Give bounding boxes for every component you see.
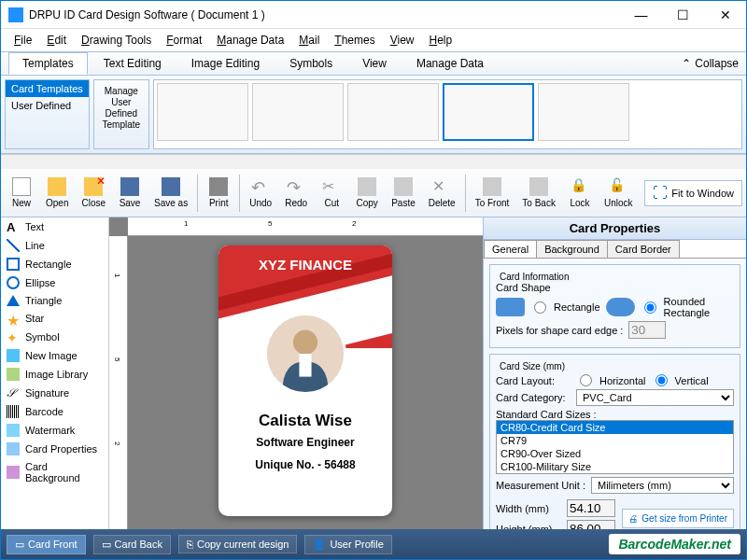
tab-background[interactable]: Background: [536, 240, 608, 258]
list-item[interactable]: CR90-Over Sized: [497, 447, 733, 460]
layout-vertical-radio[interactable]: [655, 374, 668, 386]
tab-symbols[interactable]: Symbols: [275, 52, 346, 75]
shape-round-swatch: [606, 298, 635, 316]
template-strip[interactable]: [153, 79, 742, 149]
tool-barcode[interactable]: Barcode: [1, 402, 108, 421]
template-thumb[interactable]: [157, 83, 248, 141]
layout-horizontal-radio[interactable]: [580, 374, 592, 386]
tab-templates[interactable]: Templates: [8, 52, 88, 75]
maximize-button[interactable]: ☐: [662, 1, 704, 29]
canvas-area: 152 152 XYZ FINANCE Calista Wise: [109, 217, 483, 529]
menu-edit[interactable]: Edit: [41, 32, 72, 49]
canvas[interactable]: XYZ FINANCE Calista Wise Software Engine…: [128, 236, 483, 529]
save-as-button[interactable]: Save as: [148, 175, 193, 210]
to-back-button[interactable]: To Back: [516, 175, 561, 210]
to-front-button[interactable]: To Front: [470, 175, 515, 210]
redo-button[interactable]: ↷Redo: [279, 175, 313, 210]
delete-button[interactable]: ✕Delete: [423, 175, 461, 210]
card-front-icon: ▭: [15, 539, 24, 551]
tool-watermark[interactable]: Watermark: [1, 421, 108, 440]
card-photo[interactable]: [264, 313, 346, 395]
card-front-button[interactable]: ▭ Card Front: [7, 535, 86, 554]
ruler-vertical: 152: [109, 236, 128, 529]
template-thumb[interactable]: [538, 83, 629, 141]
properties-icon: [7, 442, 20, 455]
tool-ellipse[interactable]: Ellipse: [1, 273, 108, 292]
card-name[interactable]: Calista Wise: [218, 412, 392, 430]
menu-drawing-tools[interactable]: Drawing Tools: [76, 32, 157, 49]
unlock-button[interactable]: 🔓Unlock: [599, 175, 639, 210]
paste-button[interactable]: Paste: [386, 175, 421, 210]
get-size-from-printer-button[interactable]: 🖨 Get size from Printer: [622, 509, 734, 528]
print-button[interactable]: Print: [202, 175, 235, 210]
library-icon: [7, 368, 20, 381]
width-input[interactable]: [567, 499, 615, 517]
tab-general[interactable]: General: [484, 240, 537, 258]
ellipse-icon: [7, 276, 20, 289]
undo-button[interactable]: ↶Undo: [244, 175, 277, 210]
fit-to-window-button[interactable]: ⛶ Fit to Window: [644, 180, 742, 206]
tab-image-editing[interactable]: Image Editing: [177, 52, 274, 75]
template-thumb-selected[interactable]: [443, 83, 534, 141]
tool-text[interactable]: AText: [1, 217, 108, 236]
template-thumb[interactable]: [252, 83, 344, 141]
tool-card-properties[interactable]: Card Properties: [1, 440, 108, 458]
collapse-button[interactable]: ⌃ Collapse: [682, 57, 739, 70]
card-role[interactable]: Software Engineer: [218, 436, 392, 449]
copy-button[interactable]: Copy: [350, 175, 384, 210]
menu-themes[interactable]: Themes: [329, 32, 380, 49]
copy-icon: [358, 177, 376, 196]
tool-symbol[interactable]: ✦Symbol: [1, 328, 108, 346]
measurement-unit-select[interactable]: Milimeters (mm): [591, 477, 734, 494]
card-unique[interactable]: Unique No. - 56488: [218, 458, 392, 471]
template-type-group: Card Templates User Defined: [5, 79, 90, 149]
signature-icon: 𝒮: [7, 386, 20, 399]
list-item[interactable]: CR80-Credit Card Size: [497, 421, 733, 434]
card-company[interactable]: XYZ FINANCE: [218, 257, 392, 273]
tool-new-image[interactable]: New Image: [1, 346, 108, 365]
list-item[interactable]: CR100-Military Size: [497, 460, 733, 473]
tab-card-border[interactable]: Card Border: [607, 240, 680, 258]
tab-text-editing[interactable]: Text Editing: [90, 52, 176, 75]
copy-design-button[interactable]: ⎘ Copy current design: [178, 535, 297, 553]
id-card[interactable]: XYZ FINANCE Calista Wise Software Engine…: [218, 245, 392, 516]
close-button-tb[interactable]: ✕Close: [76, 175, 111, 210]
card-templates-option[interactable]: Card Templates: [6, 80, 89, 97]
user-defined-option[interactable]: User Defined: [6, 97, 89, 114]
open-button[interactable]: Open: [40, 175, 74, 210]
app-window: DRPU ID Card Design Software ( Document …: [0, 0, 747, 560]
menu-help[interactable]: Help: [424, 32, 458, 49]
tool-triangle[interactable]: Triangle: [1, 292, 108, 309]
category-select[interactable]: PVC_Card: [576, 389, 734, 406]
tool-image-library[interactable]: Image Library: [1, 365, 108, 384]
tool-star[interactable]: ★Star: [1, 309, 108, 328]
shape-rounded-radio[interactable]: [644, 301, 656, 314]
template-scrollbar[interactable]: [1, 154, 746, 169]
menu-file[interactable]: File: [8, 32, 37, 49]
menu-view[interactable]: View: [385, 32, 420, 49]
list-item[interactable]: CR79: [497, 434, 733, 447]
tab-view[interactable]: View: [348, 52, 401, 75]
minimize-button[interactable]: —: [620, 1, 662, 29]
save-button[interactable]: Save: [113, 175, 147, 210]
shape-rectangle-radio[interactable]: [534, 301, 546, 314]
card-back-button[interactable]: ▭ Card Back: [93, 535, 171, 554]
template-thumb[interactable]: [347, 83, 439, 141]
standard-sizes-list[interactable]: CR80-Credit Card Size CR79 CR90-Over Siz…: [496, 420, 734, 474]
menu-manage-data[interactable]: Manage Data: [211, 32, 289, 49]
height-input[interactable]: [567, 520, 615, 529]
tool-rectangle[interactable]: Rectangle: [1, 255, 108, 273]
menu-format[interactable]: Format: [161, 32, 207, 49]
manage-template-button[interactable]: Manage User Defined Template: [93, 79, 149, 149]
lock-button[interactable]: 🔒Lock: [563, 175, 597, 210]
user-profile-button[interactable]: 👤 User Profile: [304, 535, 391, 554]
menu-mail[interactable]: Mail: [293, 32, 325, 49]
new-button[interactable]: New: [5, 175, 38, 210]
tab-manage-data[interactable]: Manage Data: [402, 52, 498, 75]
tool-line[interactable]: Line: [1, 236, 108, 255]
tool-signature[interactable]: 𝒮Signature: [1, 384, 108, 402]
close-button[interactable]: ✕: [704, 1, 746, 29]
cut-button[interactable]: ✂Cut: [315, 175, 348, 210]
tool-card-background[interactable]: Card Background: [1, 458, 108, 486]
delete-icon: ✕: [432, 177, 451, 196]
